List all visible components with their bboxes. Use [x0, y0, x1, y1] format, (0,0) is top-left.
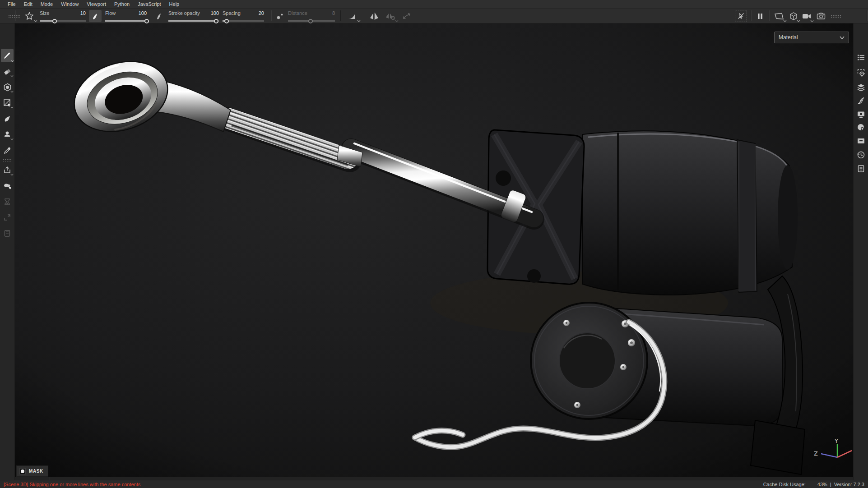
- 3d-viewport-canvas[interactable]: Material Y X Z MASK: [15, 23, 853, 480]
- mirror-icon[interactable]: [367, 10, 381, 22]
- menu-python[interactable]: Python: [110, 0, 134, 9]
- distance-label: Distance: [288, 10, 307, 16]
- separator: [812, 10, 812, 21]
- polygon-fill-tool-button[interactable]: [1, 97, 13, 109]
- stroke-opacity-knob[interactable]: [214, 19, 218, 23]
- cache-disk-usage-label: Cache Disk Usage:: [763, 482, 806, 487]
- separator: [271, 10, 271, 21]
- separator: [751, 10, 751, 21]
- menu-window[interactable]: Window: [57, 0, 83, 9]
- deselect-icon[interactable]: [735, 10, 747, 22]
- falloff-curve-icon[interactable]: [345, 10, 360, 22]
- distance-value: 8: [332, 10, 335, 16]
- distance-slider[interactable]: Distance 8: [288, 10, 335, 23]
- smudge-tool-button[interactable]: [1, 113, 13, 124]
- distance-fill: [288, 20, 311, 22]
- menu-viewport[interactable]: Viewport: [83, 0, 110, 9]
- spacing-label: Spacing: [223, 10, 241, 16]
- warp-transform-icon[interactable]: [400, 10, 413, 22]
- camera-view-icon[interactable]: [800, 10, 813, 22]
- stroke-opacity-slider[interactable]: Stroke opacity 100: [168, 10, 219, 23]
- 3d-model-linear-actuator: [15, 23, 853, 480]
- brush-settings-icon[interactable]: [855, 95, 867, 107]
- spacing-knob[interactable]: [224, 19, 229, 23]
- texture-set-settings-icon[interactable]: [855, 67, 867, 78]
- menu-edit[interactable]: Edit: [20, 0, 37, 9]
- chevron-down-icon: [840, 36, 845, 39]
- mask-channel-icon: [19, 468, 26, 474]
- flow-fill: [105, 20, 147, 22]
- menu-javascript[interactable]: JavaScript: [134, 0, 165, 9]
- separator: [15, 10, 15, 21]
- mirror-settings-icon[interactable]: [383, 10, 398, 22]
- flow-label: Flow: [105, 10, 116, 16]
- toolbar-drag-handle[interactable]: [8, 14, 20, 18]
- shader-settings-icon[interactable]: [855, 121, 867, 133]
- rail-separator-handle: [3, 159, 12, 161]
- size-knob[interactable]: [52, 19, 57, 23]
- pause-icon[interactable]: [754, 10, 766, 22]
- stroke-opacity-label: Stroke opacity: [168, 10, 200, 16]
- flow-slider[interactable]: Flow 100: [105, 10, 147, 23]
- size-label: Size: [40, 10, 49, 16]
- hourglass-icon[interactable]: [1, 196, 13, 207]
- brush-preset-star-icon[interactable]: [22, 10, 37, 22]
- spacing-value: 20: [259, 10, 264, 16]
- mask-channel-label: MASK: [29, 469, 43, 474]
- history-icon[interactable]: [855, 149, 867, 161]
- menu-file[interactable]: File: [4, 0, 20, 9]
- scatter-dots-icon[interactable]: [274, 10, 286, 22]
- material-mode-dropdown[interactable]: Material: [774, 32, 849, 43]
- status-warning-message: [Scene 3D] Skipping one or more lines wi…: [4, 482, 140, 487]
- menu-help[interactable]: Help: [165, 0, 184, 9]
- menu-mode[interactable]: Mode: [37, 0, 57, 9]
- axis-orientation-gizmo[interactable]: Y X Z: [806, 437, 853, 469]
- app-version: Version: 7.2.3: [834, 482, 864, 487]
- separator: [340, 10, 341, 21]
- log-icon[interactable]: [855, 163, 867, 175]
- physical-asset-button[interactable]: [1, 180, 13, 192]
- tablet-icon[interactable]: [1, 227, 13, 239]
- eraser-tool-button[interactable]: [1, 65, 13, 77]
- resize-icon[interactable]: [1, 212, 13, 223]
- viewport-display-icon[interactable]: [772, 10, 786, 22]
- size-slider[interactable]: Size 10: [40, 10, 86, 23]
- spacing-slider[interactable]: Spacing 20: [223, 10, 264, 23]
- axis-y-label: Y: [834, 437, 838, 444]
- cache-disk-usage-value: 43%: [817, 482, 827, 487]
- axis-z-label: Z: [814, 450, 818, 457]
- stroke-opacity-value: 100: [211, 10, 219, 16]
- stroke-opacity-fill: [168, 20, 216, 22]
- projection-tool-button[interactable]: [1, 81, 13, 93]
- display-settings-icon[interactable]: [855, 109, 867, 120]
- brush-toolbar: Size 10 Flow 100 Stroke: [0, 9, 868, 23]
- distance-knob: [308, 19, 313, 23]
- flow-value: 100: [139, 10, 147, 16]
- stroke-opacity-falloff-icon[interactable]: [154, 10, 163, 22]
- assets-icon[interactable]: [855, 135, 867, 147]
- separator: [769, 10, 769, 21]
- paint-tool-button[interactable]: [1, 49, 14, 62]
- flow-knob[interactable]: [144, 19, 149, 23]
- application-window: File Edit Mode Window Viewport Python Ja…: [0, 0, 868, 488]
- separator: [867, 10, 867, 21]
- clone-tool-button[interactable]: [1, 129, 13, 140]
- size-value: 10: [80, 10, 86, 16]
- status-bar: [Scene 3D] Skipping one or more lines wi…: [0, 480, 868, 488]
- export-button[interactable]: [1, 164, 13, 176]
- status-separator: |: [830, 482, 831, 487]
- mask-channel-tab[interactable]: MASK: [16, 465, 48, 477]
- tool-rail: [0, 23, 15, 480]
- material-mode-value: Material: [779, 34, 798, 41]
- menu-bar: File Edit Mode Window Viewport Python Ja…: [0, 0, 868, 9]
- viewport-bottom-strip: [15, 477, 853, 480]
- geometry-display-icon[interactable]: [787, 10, 800, 22]
- material-picker-tool-button[interactable]: [1, 144, 13, 156]
- texture-set-list-icon[interactable]: [855, 51, 867, 63]
- panel-toggle-rail: [853, 23, 868, 480]
- snapshot-camera-icon[interactable]: [815, 10, 827, 22]
- stroke-falloff-icon[interactable]: [89, 10, 102, 22]
- toolbar-drag-handle[interactable]: [831, 14, 842, 18]
- layers-icon[interactable]: [855, 82, 867, 93]
